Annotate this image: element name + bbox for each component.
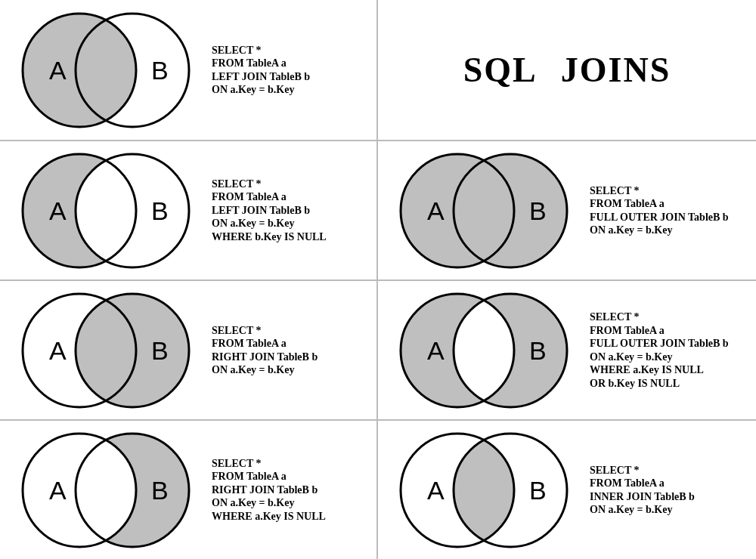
venn-inner-join: A B <box>378 421 590 559</box>
sql-left-join: SELECT * FROM TableA a LEFT JOIN TableB … <box>212 44 376 97</box>
cell-right-join: A B SELECT * FROM TableA a RIGHT JOIN Ta… <box>0 280 378 419</box>
label-b: B <box>151 56 169 85</box>
sql-right-excl: SELECT * FROM TableA a RIGHT JOIN TableB… <box>212 457 376 523</box>
title-cell: SQL JOINS <box>378 0 756 140</box>
sql-outer-excl: SELECT * FROM TableA a FULL OUTER JOIN T… <box>590 310 756 390</box>
venn-left-join: A B <box>0 0 212 140</box>
venn-outer-excl: A B <box>378 281 590 419</box>
sql-inner-join: SELECT * FROM TableA a INNER JOIN TableB… <box>590 464 756 517</box>
label-b: B <box>151 476 169 505</box>
cell-right-excl: A B SELECT * FROM TableA a RIGHT JOIN Ta… <box>0 419 378 559</box>
label-a: A <box>427 196 445 225</box>
label-b: B <box>151 336 169 365</box>
label-a: A <box>49 196 67 225</box>
cell-inner-join: A B SELECT * FROM TableA a INNER JOIN Ta… <box>378 419 756 559</box>
label-b: B <box>529 476 547 505</box>
sql-right-join: SELECT * FROM TableA a RIGHT JOIN TableB… <box>212 324 376 377</box>
label-a: A <box>427 476 445 505</box>
venn-left-excl: A B <box>0 141 212 280</box>
page-title: SQL JOINS <box>463 50 671 90</box>
label-b: B <box>151 196 169 225</box>
cell-full-outer: A B SELECT * FROM TableA a FULL OUTER JO… <box>378 140 756 280</box>
label-b: B <box>529 196 547 225</box>
label-a: A <box>49 336 67 365</box>
cell-outer-excl: A B SELECT * FROM TableA a FULL OUTER JO… <box>378 280 756 419</box>
label-a: A <box>49 476 67 505</box>
label-b: B <box>529 336 547 365</box>
label-a: A <box>49 56 67 85</box>
venn-full-outer: A B <box>378 141 590 280</box>
sql-left-excl: SELECT * FROM TableA a LEFT JOIN TableB … <box>212 178 376 244</box>
sql-joins-grid: A B SELECT * FROM TableA a LEFT JOIN Tab… <box>0 0 756 559</box>
label-a: A <box>427 336 445 365</box>
cell-left-join: A B SELECT * FROM TableA a LEFT JOIN Tab… <box>0 0 378 140</box>
sql-full-outer: SELECT * FROM TableA a FULL OUTER JOIN T… <box>590 184 756 237</box>
venn-right-excl: A B <box>0 421 212 559</box>
cell-left-excl: A B SELECT * FROM TableA a LEFT JOIN Tab… <box>0 140 378 280</box>
venn-right-join: A B <box>0 281 212 419</box>
